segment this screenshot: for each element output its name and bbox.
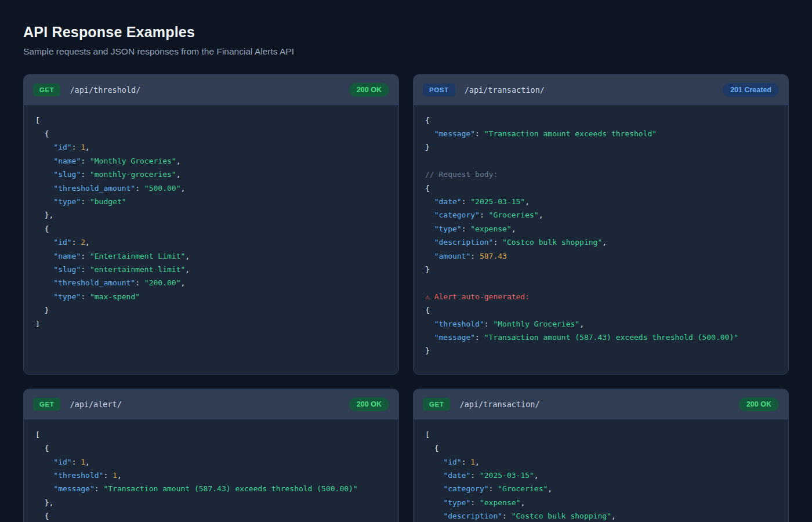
code-line: { (425, 116, 777, 129)
code-line: "date": "2025-03-15", (425, 471, 777, 484)
code-line: }, (35, 211, 387, 224)
card-header: GET/api/transaction/200 OK (414, 389, 788, 420)
code-line: "threshold": 1, (35, 471, 387, 484)
code-line: "type": "expense", (425, 498, 777, 512)
code-line (425, 157, 777, 170)
card-header: GET/api/alert/200 OK (24, 389, 398, 420)
code-line: { (35, 444, 387, 457)
status-badge: 200 OK (739, 397, 779, 411)
code-line: [ (425, 430, 777, 444)
endpoint-path: /api/transaction/ (459, 400, 539, 409)
code-line: { (35, 224, 387, 238)
response-json: [ { "id": 1, "threshold": 1, "message": … (24, 420, 398, 522)
card-header: POST/api/transaction/201 Created (414, 75, 788, 106)
method-badge: GET (33, 398, 60, 411)
code-line: "description": "Costco bulk shopping", (425, 512, 777, 522)
code-line: "id": 1, (35, 458, 387, 471)
page-title: API Response Examples (23, 23, 789, 41)
api-card-3: GET/api/alert/200 OK[ { "id": 1, "thresh… (23, 389, 399, 522)
method-badge: GET (33, 84, 60, 96)
code-line: ⚠ Alert auto-generated: (425, 292, 777, 306)
card-header: GET/api/threshold/200 OK (24, 75, 398, 106)
code-line: "type": "max-spend" (35, 292, 387, 306)
code-line: "name": "Entertainment Limit", (35, 252, 387, 265)
code-line: "threshold_amount": "500.00", (35, 184, 387, 197)
response-json: { "message": "Transaction amount exceeds… (414, 106, 788, 374)
cards-grid: GET/api/threshold/200 OK[ { "id": 1, "na… (23, 74, 789, 522)
code-line: "id": 1, (425, 458, 777, 471)
status-badge: 200 OK (349, 83, 389, 97)
code-line: { (35, 512, 387, 522)
endpoint-path: /api/alert/ (70, 400, 121, 409)
code-line: { (425, 184, 777, 197)
code-line: "type": "expense", (425, 224, 777, 238)
code-line: { (35, 129, 387, 143)
response-json: [ { "id": 1, "date": "2025-03-15", "cate… (414, 420, 788, 522)
code-line: "threshold": "Monthly Groceries", (425, 320, 777, 333)
method-badge: GET (423, 398, 450, 411)
endpoint-path: /api/transaction/ (465, 85, 545, 95)
code-line: "amount": 587.43 (425, 252, 777, 265)
code-line: [ (35, 116, 387, 129)
code-line: "name": "Monthly Groceries", (35, 157, 387, 170)
page: API Response Examples Sample requests an… (0, 23, 812, 522)
code-line: ] (35, 320, 387, 333)
status-badge: 201 Created (723, 83, 779, 97)
code-line: } (35, 306, 387, 319)
code-line: { (425, 444, 777, 457)
response-json: [ { "id": 1, "name": "Monthly Groceries"… (24, 106, 398, 374)
page-subtitle: Sample requests and JSON responses from … (23, 45, 789, 58)
code-line: "message": "Transaction amount (587.43) … (35, 484, 387, 498)
code-line: [ (35, 430, 387, 444)
code-line: "message": "Transaction amount exceeds t… (425, 129, 777, 143)
status-badge: 200 OK (349, 397, 389, 411)
code-line: "id": 2, (35, 238, 387, 251)
code-line: // Request body: (425, 170, 777, 183)
code-line: "slug": "monthly-groceries", (35, 170, 387, 183)
code-line: "threshold_amount": "200.00", (35, 278, 387, 292)
code-line: } (425, 346, 777, 360)
code-line: } (425, 265, 777, 278)
code-line: "category": "Groceries", (425, 484, 777, 498)
code-line: "message": "Transaction amount (587.43) … (425, 333, 777, 346)
endpoint-path: /api/threshold/ (70, 85, 140, 95)
code-line: "id": 1, (35, 143, 387, 156)
code-line: "description": "Costco bulk shopping", (425, 238, 777, 251)
code-line: "type": "budget" (35, 197, 387, 211)
code-line: }, (35, 498, 387, 512)
code-line: } (425, 143, 777, 156)
code-line (425, 278, 777, 292)
code-line: "slug": "entertainment-limit", (35, 265, 387, 278)
api-card-4: GET/api/transaction/200 OK[ { "id": 1, "… (413, 389, 789, 522)
method-badge: POST (423, 84, 455, 96)
code-line: "category": "Groceries", (425, 211, 777, 224)
api-card-2: POST/api/transaction/201 Created{ "messa… (413, 74, 789, 375)
code-line: { (425, 306, 777, 319)
api-card-1: GET/api/threshold/200 OK[ { "id": 1, "na… (23, 74, 399, 375)
code-line: "date": "2025-03-15", (425, 197, 777, 211)
